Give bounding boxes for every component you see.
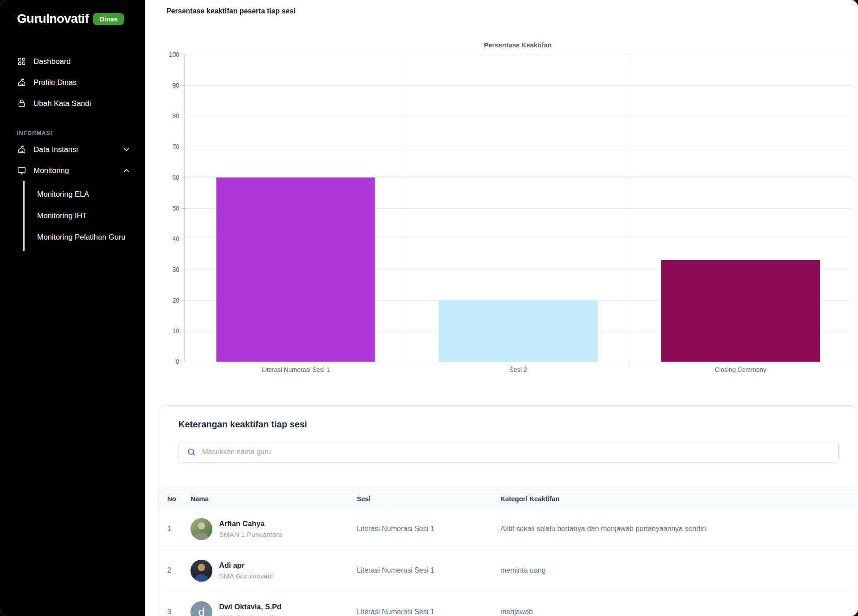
gridline: [185, 85, 851, 86]
table-body: 1 Arfian Cahya SMAN 1 Purwantoro Literas…: [160, 508, 857, 616]
guru-search-box: [178, 441, 839, 463]
bar-2[interactable]: [439, 300, 598, 362]
table-row: 3 d Dwi Oktavia, S.Pd SMA Guruinovatif L…: [160, 591, 857, 616]
keterangan-card: Keterangan keaktifan tiap sesi No Nama S…: [160, 405, 857, 616]
sidebar-item-ubah-kata-sandi[interactable]: Ubah Kata Sandi: [0, 93, 145, 114]
kategori-cell: Aktif sekali selalu bertanya dan menjawa…: [500, 525, 857, 533]
monitor-icon: [17, 166, 26, 175]
y-tick-mark: [182, 85, 185, 86]
y-tick-mark: [182, 55, 185, 55]
column-header-nama: Nama: [190, 495, 357, 502]
y-axis-tick-label: 60: [160, 174, 179, 181]
logo[interactable]: GuruInovatif Dinas: [0, 12, 145, 26]
gridline: [407, 55, 407, 362]
gridline: [185, 362, 851, 362]
search-input[interactable]: [202, 448, 838, 456]
x-tick-mark: [852, 362, 852, 365]
column-header-sesi: Sesi: [357, 495, 500, 502]
guru-name: Arfian Cahya: [219, 519, 282, 528]
sidebar-item-label: Monitoring: [34, 166, 69, 175]
dinas-badge: Dinas: [93, 13, 124, 25]
x-axis-category-label: Sesi 2: [407, 366, 629, 373]
kategori-cell: meminta uang: [500, 566, 857, 574]
column-header-no: No: [167, 495, 190, 502]
sidebar-item-dashboard[interactable]: Dashboard: [0, 51, 145, 72]
y-tick-mark: [182, 177, 185, 178]
x-axis-category-label: Literasi Numerasi Sesi 1: [185, 366, 407, 373]
y-axis-tick-label: 10: [160, 327, 179, 334]
y-tick-mark: [182, 239, 185, 239]
avatar: [190, 518, 212, 540]
x-tick-mark: [630, 362, 630, 365]
monitoring-submenu: Monitoring ELA Monitoring IHT Monitoring…: [23, 181, 145, 251]
sidebar-item-monitoring-pelatihan-guru[interactable]: Monitoring Pelatihan Guru: [25, 227, 145, 248]
chart-title: Persentase Keaktifan: [184, 41, 851, 49]
guru-school: SMA Guruinovatif: [219, 572, 273, 580]
x-axis-category-label: Closing Ceremony: [630, 366, 852, 373]
avatar: d: [190, 601, 212, 616]
y-axis-tick-label: 30: [160, 266, 179, 273]
sidebar-item-profile-dinas[interactable]: Profile Dinas: [0, 72, 145, 93]
row-number: 2: [167, 566, 190, 574]
sidebar-item-monitoring[interactable]: Monitoring: [0, 160, 145, 181]
page-title: Persentase keaktifan peserta tiap sesi: [166, 7, 296, 15]
chevron-down-icon: [122, 145, 131, 154]
y-tick-mark: [182, 208, 185, 209]
sesi-cell: Literasi Numerasi Sesi 1: [357, 525, 500, 533]
card-title: Keterangan keaktifan tiap sesi: [178, 419, 857, 430]
bar-3[interactable]: [661, 260, 820, 362]
lock-icon: [17, 99, 26, 108]
y-axis-tick-label: 0: [160, 358, 179, 365]
main-content: Persentase keaktifan peserta tiap sesi P…: [145, 0, 858, 616]
table-header-row: No Nama Sesi Kategori Keaktifan: [160, 489, 857, 508]
sidebar-item-monitoring-iht[interactable]: Monitoring IHT: [25, 205, 145, 227]
sidebar-item-label: Dashboard: [34, 57, 71, 66]
sidebar-item-data-instansi[interactable]: Data Instansi: [0, 139, 145, 160]
gridline: [630, 55, 630, 362]
bar-chart-plot-area: 0102030405060708090100Literasi Numerasi …: [184, 55, 851, 362]
y-axis-tick-label: 70: [160, 143, 179, 150]
y-tick-mark: [182, 270, 185, 270]
guru-school: SMA Guruinovatif: [219, 614, 281, 616]
nama-cell: Adi apr SMA Guruinovatif: [190, 560, 357, 582]
table-row: 2 Adi apr SMA Guruinovatif Literasi Nume…: [160, 550, 857, 591]
gridline: [185, 55, 851, 55]
sidebar-section-informasi: INFORMASI: [17, 130, 145, 136]
y-tick-mark: [182, 362, 185, 362]
y-axis-tick-label: 100: [160, 51, 179, 58]
sidebar-nav: Dashboard Profile Dinas Ubah Kata Sandi …: [0, 51, 145, 251]
sidebar-item-monitoring-ela[interactable]: Monitoring ELA: [25, 184, 145, 205]
y-axis-tick-label: 80: [160, 112, 179, 119]
school-building-icon: [17, 145, 26, 154]
y-tick-mark: [182, 116, 185, 116]
x-tick-mark: [407, 362, 407, 365]
y-axis-tick-label: 90: [160, 82, 179, 89]
guru-school: SMAN 1 Purwantoro: [219, 531, 282, 539]
sesi-cell: Literasi Numerasi Sesi 1: [357, 608, 500, 616]
y-tick-mark: [182, 331, 185, 331]
kategori-cell: menjawab: [500, 608, 857, 616]
row-number: 3: [167, 608, 190, 616]
avatar: [190, 560, 212, 582]
gridline: [185, 116, 851, 116]
y-axis-tick-label: 40: [160, 235, 179, 242]
sesi-cell: Literasi Numerasi Sesi 1: [357, 566, 500, 574]
gridline: [852, 55, 852, 362]
y-axis-tick-label: 20: [160, 297, 179, 304]
table-row: 1 Arfian Cahya SMAN 1 Purwantoro Literas…: [160, 508, 857, 550]
column-header-kategori: Kategori Keaktifan: [500, 495, 857, 502]
search-icon: [187, 447, 196, 456]
chevron-up-icon: [122, 166, 131, 175]
y-tick-mark: [182, 147, 185, 147]
bar-1[interactable]: [216, 177, 376, 362]
nama-cell: d Dwi Oktavia, S.Pd SMA Guruinovatif: [190, 601, 357, 616]
sidebar-item-label: Ubah Kata Sandi: [34, 99, 91, 108]
guru-name: Dwi Oktavia, S.Pd: [219, 603, 281, 611]
sidebar-item-label: Data Instansi: [34, 145, 78, 154]
y-tick-mark: [182, 300, 185, 301]
guru-name: Adi apr: [219, 561, 273, 570]
dashboard-grid-icon: [17, 57, 26, 66]
sidebar: GuruInovatif Dinas Dashboard Profile Din…: [0, 0, 145, 616]
school-building-icon: [17, 78, 26, 87]
logo-text: GuruInovatif: [17, 12, 89, 26]
